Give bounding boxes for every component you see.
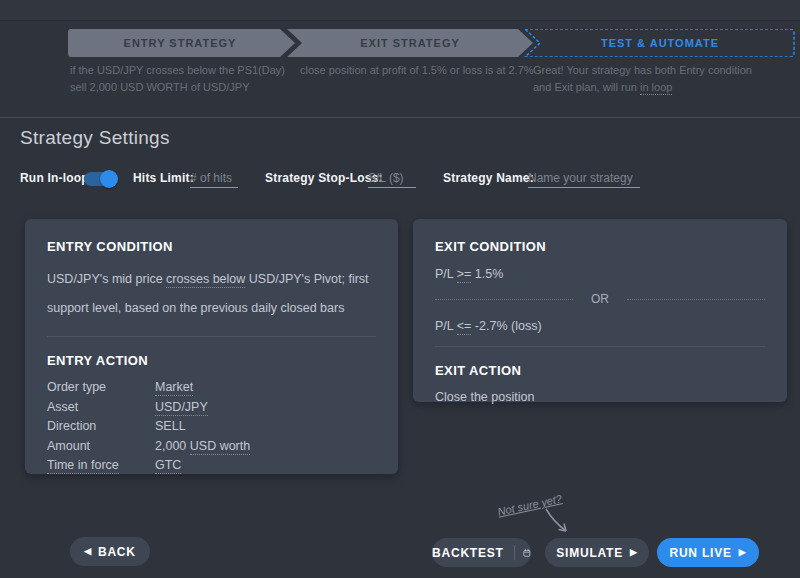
loss-condition: P/L <= -2.7% (loss) (435, 319, 765, 333)
time-in-force-value-link[interactable]: GTC (155, 458, 181, 474)
or-label: OR (573, 292, 627, 306)
loss-after: -2.7% (loss) (471, 319, 541, 333)
simulate-arrow-icon: ▶ (630, 548, 638, 557)
order-type-row: Order type Market (47, 378, 376, 398)
order-type-value: Market (155, 378, 193, 398)
time-in-force-label[interactable]: Time in force (47, 456, 155, 476)
back-button[interactable]: ◀ BACK (70, 537, 150, 566)
backtest-button[interactable]: BACKTEST (432, 538, 531, 567)
in-loop-link[interactable]: in loop (640, 81, 672, 95)
entry-action-rows: Order type Market Asset USD/JPY Directio… (47, 378, 376, 476)
section-divider (0, 117, 800, 118)
profit-condition: P/L >= 1.5% (435, 267, 765, 281)
step-test-automate-label[interactable]: TEST & AUTOMATE (601, 37, 719, 49)
amount-value-plain: 2,000 (155, 439, 190, 453)
or-separator: OR (435, 292, 765, 306)
exit-strategy-description: close position at profit of 1.5% or loss… (300, 62, 540, 79)
direction-value-plain: SELL (155, 419, 186, 433)
amount-row: Amount 2,000 USD worth (47, 437, 376, 457)
back-arrow-icon: ◀ (84, 547, 92, 556)
direction-value: SELL (155, 417, 186, 437)
run-live-button-label: RUN LIVE (669, 546, 731, 560)
exit-action-text: Close the position (435, 390, 765, 404)
exit-condition-title: EXIT CONDITION (435, 239, 765, 254)
profit-operator-link[interactable]: >= (457, 267, 472, 283)
entry-condition-text: USD/JPY's mid price crosses below USD/JP… (47, 265, 376, 323)
strategy-name-input[interactable] (528, 168, 640, 188)
backtest-button-divider (514, 545, 515, 560)
order-type-label: Order type (47, 378, 155, 398)
calendar-icon[interactable] (523, 546, 531, 560)
time-in-force-row: Time in force GTC (47, 456, 376, 476)
step-entry-strategy-label[interactable]: ENTRY STRATEGY (124, 37, 237, 49)
toggle-knob (100, 170, 118, 188)
step-descriptions: if the USD/JPY crosses below the PS1(Day… (0, 62, 800, 110)
time-in-force-value: GTC (155, 456, 181, 476)
exit-panel: EXIT CONDITION P/L >= 1.5% OR P/L <= -2.… (413, 219, 787, 402)
strategy-stop-loss-label: Strategy Stop-Loss: (265, 171, 383, 185)
entry-panel: ENTRY CONDITION USD/JPY's mid price cros… (25, 219, 398, 474)
asset-row: Asset USD/JPY (47, 398, 376, 418)
run-live-button[interactable]: RUN LIVE ▶ (657, 538, 759, 567)
run-in-loop-toggle[interactable] (84, 172, 116, 186)
direction-row: Direction SELL (47, 417, 376, 437)
run-in-loop-label: Run In-loop (20, 171, 89, 185)
entry-strategy-description: if the USD/JPY crosses below the PS1(Day… (70, 62, 300, 96)
asset-value-link[interactable]: USD/JPY (155, 400, 208, 416)
step-exit-strategy-label[interactable]: EXIT STRATEGY (360, 37, 460, 49)
amount-value-link[interactable]: USD worth (190, 439, 250, 455)
order-type-value-link[interactable]: Market (155, 380, 193, 396)
profit-after: 1.5% (471, 267, 503, 281)
asset-value: USD/JPY (155, 398, 208, 418)
or-dots-right (627, 299, 765, 300)
run-live-arrow-icon: ▶ (739, 548, 747, 557)
simulate-button-label: SIMULATE (556, 546, 623, 560)
asset-label: Asset (47, 398, 155, 418)
hits-limit-input[interactable] (190, 168, 238, 188)
annotation-arrow-icon (540, 506, 574, 538)
page-title: Strategy Settings (20, 127, 170, 149)
hits-limit-label: Hits Limit: (133, 171, 194, 185)
time-in-force-label-link[interactable]: Time in force (47, 458, 119, 474)
strategy-name-label: Strategy Name: (443, 171, 534, 185)
loss-before: P/L (435, 319, 457, 333)
or-dots-left (435, 299, 573, 300)
loss-operator-link[interactable]: <= (457, 319, 472, 335)
backtest-button-label: BACKTEST (432, 546, 504, 560)
entry-panel-divider (47, 336, 376, 337)
crosses-below-link[interactable]: crosses below (166, 272, 245, 288)
back-button-label: BACK (98, 545, 136, 559)
amount-label: Amount (47, 437, 155, 457)
stepper: ENTRY STRATEGY EXIT STRATEGY TEST & AUTO… (68, 29, 796, 57)
amount-value: 2,000 USD worth (155, 437, 250, 457)
profit-before: P/L (435, 267, 457, 281)
entry-action-title: ENTRY ACTION (47, 353, 376, 368)
simulate-button[interactable]: SIMULATE ▶ (545, 538, 649, 567)
test-automate-description: Great! Your strategy has both Entry cond… (533, 62, 773, 96)
entry-condition-before: USD/JPY's mid price (47, 272, 166, 286)
direction-label: Direction (47, 417, 155, 437)
exit-action-title: EXIT ACTION (435, 363, 765, 378)
entry-condition-title: ENTRY CONDITION (47, 239, 376, 254)
top-band (0, 0, 800, 21)
exit-panel-divider (435, 346, 765, 347)
strategy-stop-loss-input[interactable] (368, 168, 416, 188)
